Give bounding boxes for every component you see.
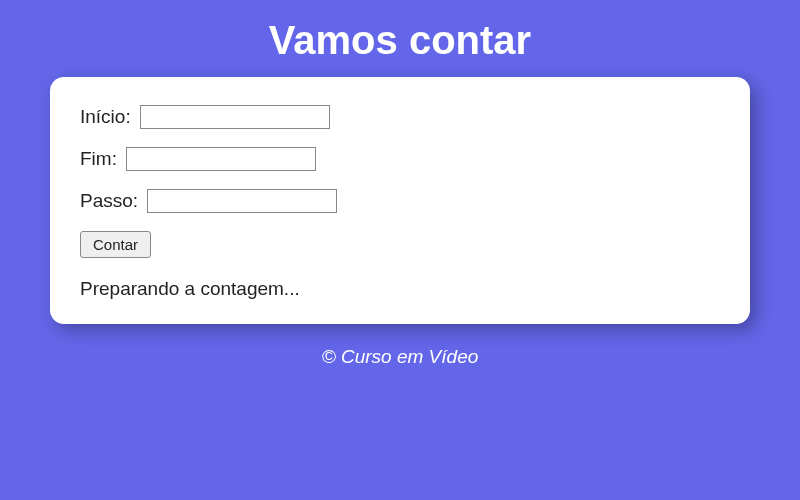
contar-button[interactable]: Contar [80,231,151,258]
fim-label: Fim: [80,148,117,169]
page-title: Vamos contar [0,18,800,63]
passo-row: Passo: [80,189,720,213]
page-header: Vamos contar [0,0,800,77]
passo-input[interactable] [147,189,337,213]
fim-row: Fim: [80,147,720,171]
passo-label: Passo: [80,190,138,211]
main-card: Início: Fim: Passo: Contar Preparando a … [50,77,750,324]
footer-text: © Curso em Vídeo [0,346,800,368]
inicio-input[interactable] [140,105,330,129]
submit-row: Contar [80,231,720,258]
fim-input[interactable] [126,147,316,171]
result-text: Preparando a contagem... [80,278,720,300]
page-footer: © Curso em Vídeo [0,346,800,368]
inicio-row: Início: [80,105,720,129]
inicio-label: Início: [80,106,131,127]
